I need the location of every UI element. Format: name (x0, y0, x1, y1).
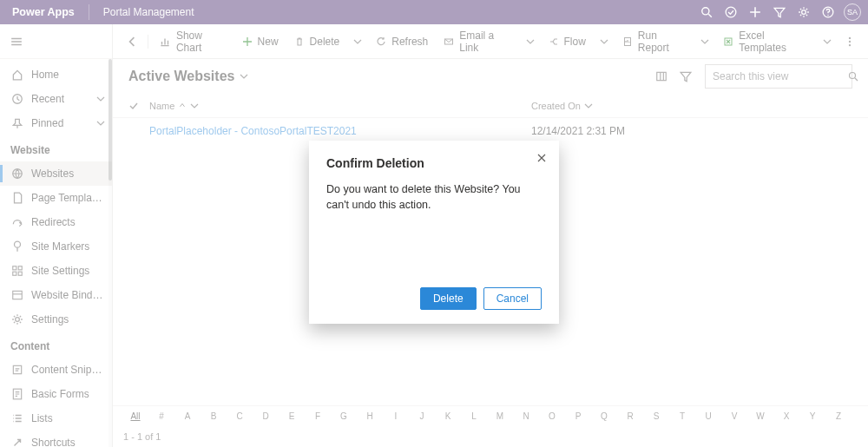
dialog-close-button[interactable] (536, 153, 547, 163)
modal-overlay: Confirm Deletion Do you want to delete t… (0, 0, 868, 447)
dialog-cancel-button[interactable]: Cancel (483, 287, 542, 310)
dialog-message: Do you want to delete this Website? You … (326, 182, 542, 213)
confirm-dialog: Confirm Deletion Do you want to delete t… (309, 141, 559, 324)
dialog-delete-button[interactable]: Delete (420, 287, 477, 310)
dialog-title: Confirm Deletion (326, 156, 542, 170)
